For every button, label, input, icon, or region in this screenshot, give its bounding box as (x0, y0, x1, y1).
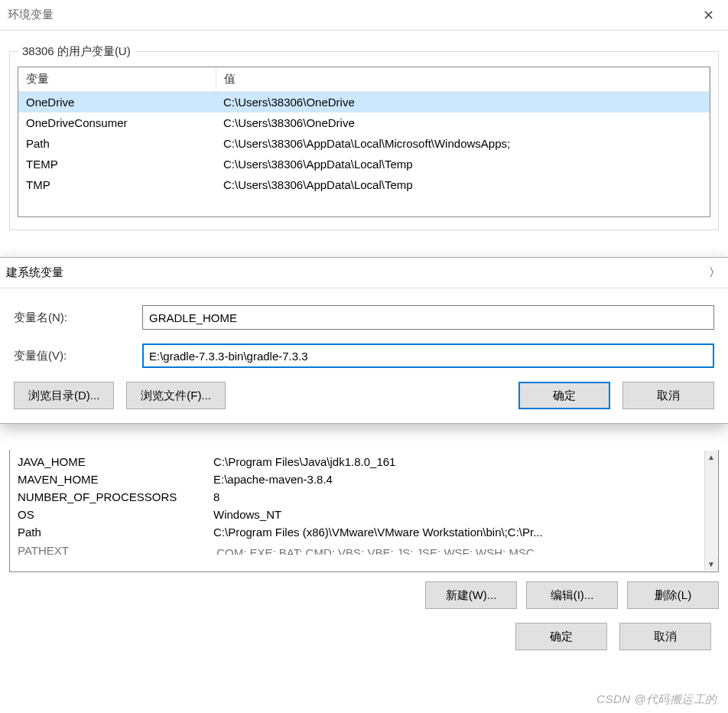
main-dialog-body: 38306 的用户变量(U) 变量 值 OneDriveC:\Users\383… (0, 31, 728, 230)
var-name: JAVA_HOME (18, 455, 213, 468)
system-variables-group: JAVA_HOMEC:\Program Files\Java\jdk1.8.0_… (9, 450, 719, 609)
table-row[interactable]: JAVA_HOMEC:\Program Files\Java\jdk1.8.0_… (10, 453, 718, 470)
table-row[interactable]: TEMPC:\Users\38306\AppData\Local\Temp (18, 154, 710, 174)
var-name: OneDrive (18, 92, 216, 113)
system-variables-table[interactable]: JAVA_HOMEC:\Program Files\Java\jdk1.8.0_… (9, 450, 719, 572)
var-name: Path (18, 133, 216, 154)
var-value: E:\apache-maven-3.8.4 (213, 473, 710, 486)
var-value: C:\Program Files\Java\jdk1.8.0_161 (213, 455, 710, 468)
variable-name-input[interactable] (142, 305, 714, 330)
table-row[interactable]: PathC:\Program Files (x86)\VMware\VMware… (10, 523, 718, 541)
main-ok-button[interactable]: 确定 (515, 623, 607, 650)
new-system-variable-dialog: 建系统变量 〉 变量名(N): 变量值(V): 浏览目录(D)... 浏览文件(… (0, 257, 728, 424)
var-value: C:\Program Files (x86)\VMware\VMware Wor… (213, 526, 710, 539)
table-row[interactable]: OneDriveConsumerC:\Users\38306\OneDrive (18, 112, 710, 133)
var-name: OS (18, 508, 213, 521)
var-value: C:\Users\38306\OneDrive (216, 112, 710, 133)
var-value: C:\Users\38306\AppData\Local\Temp (216, 154, 710, 174)
var-name: TEMP (18, 154, 216, 174)
browse-file-button[interactable]: 浏览文件(F)... (126, 382, 226, 409)
scrollbar[interactable]: ▲ ▼ (704, 451, 717, 571)
var-name: NUMBER_OF_PROCESSORS (18, 490, 213, 503)
new-var-cancel-button[interactable]: 取消 (622, 382, 714, 409)
new-var-title-bar: 建系统变量 〉 (0, 258, 728, 288)
variable-value-input[interactable] (142, 343, 714, 368)
col-header-value[interactable]: 值 (216, 67, 710, 92)
user-variables-table[interactable]: 变量 值 OneDriveC:\Users\38306\OneDriveOneD… (18, 67, 710, 195)
var-value: 8 (213, 490, 710, 503)
variable-value-label: 变量值(V): (14, 349, 142, 363)
close-icon[interactable]: ✕ (697, 4, 720, 27)
main-title-bar: 环境变量 ✕ (0, 0, 728, 31)
table-row[interactable]: MAVEN_HOMEE:\apache-maven-3.8.4 (10, 470, 718, 488)
var-value: C:\Users\38306\AppData\Local\Temp (216, 174, 710, 195)
table-row[interactable]: PathC:\Users\38306\AppData\Local\Microso… (18, 133, 710, 154)
chevron-right-icon: 〉 (709, 265, 720, 280)
var-name: MAVEN_HOME (18, 473, 213, 486)
sys-edit-button[interactable]: 编辑(I)... (526, 581, 618, 609)
browse-directory-button[interactable]: 浏览目录(D)... (14, 382, 114, 409)
col-header-name[interactable]: 变量 (18, 67, 216, 92)
new-var-ok-button[interactable]: 确定 (518, 382, 610, 409)
user-variables-group: 38306 的用户变量(U) 变量 值 OneDriveC:\Users\383… (9, 44, 719, 230)
user-variables-legend: 38306 的用户变量(U) (18, 44, 135, 59)
var-name: TMP (18, 174, 216, 195)
scroll-down-icon[interactable]: ▼ (705, 558, 718, 571)
table-row[interactable]: TMPC:\Users\38306\AppData\Local\Temp (18, 174, 710, 195)
watermark-text: CSDN @代码搬运工的 (596, 692, 717, 707)
main-cancel-button[interactable]: 取消 (619, 623, 711, 650)
sys-new-button[interactable]: 新建(W)... (425, 581, 517, 609)
var-value: Windows_NT (213, 508, 710, 521)
new-var-title: 建系统变量 (6, 265, 63, 280)
scroll-up-icon[interactable]: ▲ (705, 451, 718, 464)
table-row[interactable]: NUMBER_OF_PROCESSORS8 (10, 488, 718, 506)
table-row[interactable]: OneDriveC:\Users\38306\OneDrive (18, 92, 710, 113)
variable-name-label: 变量名(N): (14, 311, 142, 325)
var-value: C:\Users\38306\AppData\Local\Microsoft\W… (216, 133, 710, 154)
var-name: OneDriveConsumer (18, 112, 216, 133)
user-variables-table-wrap: 变量 值 OneDriveC:\Users\38306\OneDriveOneD… (18, 67, 710, 217)
var-value: C:\Users\38306\OneDrive (216, 92, 710, 113)
sys-delete-button[interactable]: 删除(L) (627, 581, 719, 609)
main-window-title: 环境变量 (8, 8, 54, 22)
var-name: Path (18, 526, 213, 539)
table-row[interactable]: OSWindows_NT (10, 506, 718, 523)
